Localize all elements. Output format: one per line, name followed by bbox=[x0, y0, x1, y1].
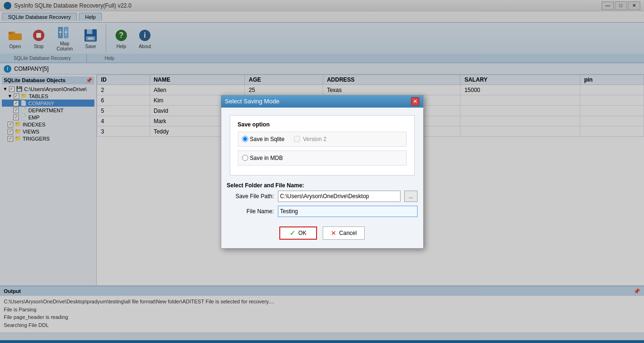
radio-save-mdb[interactable] bbox=[242, 155, 248, 161]
file-name-row: File Name: bbox=[227, 206, 418, 217]
version2-checkbox[interactable] bbox=[294, 136, 300, 142]
cancel-label: Cancel bbox=[339, 230, 357, 236]
ok-check-icon: ✓ bbox=[290, 229, 295, 237]
modal-close-button[interactable]: ✕ bbox=[411, 97, 419, 106]
radio-sqlite-row: Save in Sqlite bbox=[242, 136, 284, 142]
folder-label: Select Folder and File Name: bbox=[227, 178, 418, 191]
version-row: Version 2 bbox=[294, 136, 326, 142]
save-path-input[interactable] bbox=[278, 191, 401, 202]
modal-overlay: Select Saving Mode ✕ Save option Save in… bbox=[0, 0, 644, 343]
modal-options: Save in Sqlite Version 2 bbox=[238, 132, 407, 147]
save-option-label: Save option bbox=[238, 121, 407, 128]
save-path-row: Save File Path: ... bbox=[227, 191, 418, 202]
modal-titlebar: Select Saving Mode ✕ bbox=[221, 95, 423, 108]
file-name-label: File Name: bbox=[227, 208, 274, 215]
cancel-button[interactable]: ✕ Cancel bbox=[323, 226, 365, 240]
modal-dialog: Select Saving Mode ✕ Save option Save in… bbox=[221, 95, 424, 249]
modal-body: Save option Save in Sqlite Version 2 Sav… bbox=[230, 115, 415, 176]
ok-label: OK bbox=[298, 230, 306, 236]
modal-mdb-option: Save in MDB bbox=[238, 151, 407, 166]
modal-footer: ✓ OK ✕ Cancel bbox=[227, 221, 418, 243]
version2-label: Version 2 bbox=[303, 136, 326, 142]
radio-sqlite-label: Save in Sqlite bbox=[250, 136, 284, 142]
cancel-x-icon: ✕ bbox=[331, 229, 336, 237]
file-name-input[interactable] bbox=[278, 206, 418, 217]
radio-mdb-label: Save in MDB bbox=[250, 155, 283, 161]
ok-button[interactable]: ✓ OK bbox=[279, 226, 317, 240]
save-path-label: Save File Path: bbox=[227, 193, 274, 200]
modal-title: Select Saving Mode bbox=[225, 98, 280, 105]
radio-save-sqlite[interactable] bbox=[242, 136, 248, 142]
radio-mdb-row: Save in MDB bbox=[242, 155, 283, 161]
browse-button[interactable]: ... bbox=[404, 191, 418, 202]
